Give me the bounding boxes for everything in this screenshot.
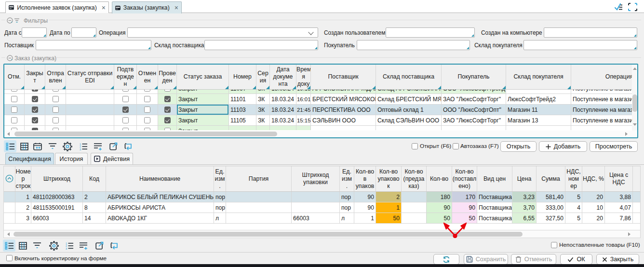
svg-text:3: 3 <box>80 147 81 150</box>
svg-text:3: 3 <box>66 247 67 249</box>
